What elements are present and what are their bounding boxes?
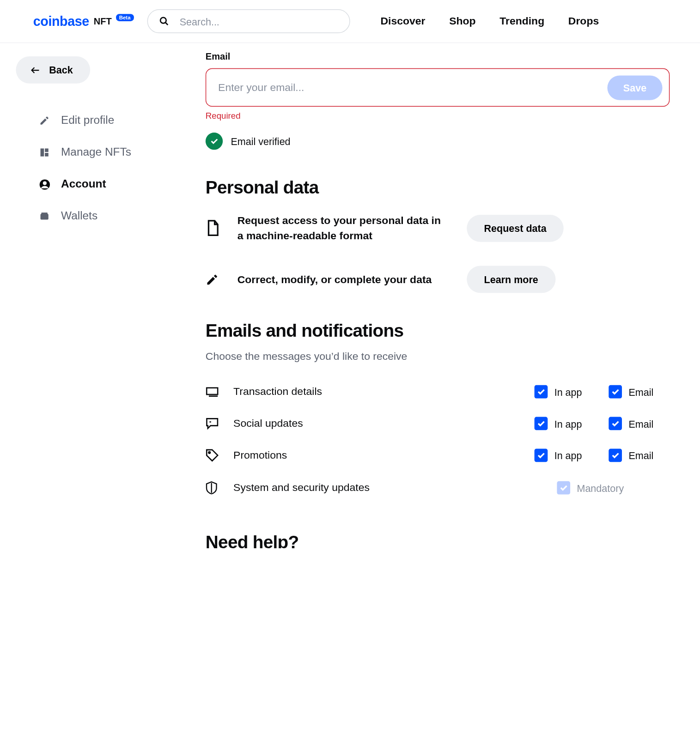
email-verified-text: Email verified [231,135,290,146]
checkbox-mandatory [557,481,570,495]
top-header: coinbase NFT Beta Discover Shop Trending… [0,0,700,43]
notif-label: Transaction details [233,386,521,398]
learn-more-button[interactable]: Learn more [467,266,555,293]
wallet-icon [38,211,50,221]
chat-icon [206,418,220,430]
svg-point-0 [160,18,166,24]
notifications-subtext: Choose the messages you’d like to receiv… [206,351,670,363]
notif-row-transaction: Transaction details In app Email [206,376,670,408]
modify-data-row: Correct, modify, or complete your data L… [206,266,670,293]
sidebar-item-label: Account [61,178,106,191]
svg-rect-10 [207,388,218,394]
logo-sub: NFT [94,16,112,26]
tag-icon [206,449,220,462]
notif-row-system: System and security updates Mandatory [206,472,670,505]
checkbox-email[interactable] [609,417,622,430]
checkbox-inapp[interactable] [535,385,548,399]
notif-label: Social updates [233,418,521,430]
svg-line-1 [165,23,168,25]
email-verified-row: Email verified [206,133,670,150]
checkbox-label: In app [554,450,582,461]
email-field-wrap: Save [206,68,670,107]
checkbox-label: Email [628,418,653,429]
sidebar: Back Edit profile Manage NFTs Account Wa… [0,43,206,548]
checkbox-inapp[interactable] [535,449,548,462]
notif-label: Promotions [233,449,521,461]
grid-icon [38,147,50,158]
pencil-icon [38,115,50,126]
svg-point-13 [208,452,210,454]
main-content: Email Save Required Email verified Perso… [206,43,670,548]
sidebar-item-account[interactable]: Account [16,168,205,200]
nav-drops[interactable]: Drops [568,15,599,27]
document-icon [206,219,220,236]
svg-rect-3 [41,148,44,156]
save-button[interactable]: Save [607,75,662,100]
personal-data-heading: Personal data [206,178,670,198]
nav-links: Discover Shop Trending Drops [381,15,599,27]
checkbox-label: Email [628,450,653,461]
shield-icon [206,481,220,496]
request-data-row: Request access to your personal data in … [206,213,670,244]
logo-main: coinbase [33,13,89,29]
email-label: Email [206,51,670,61]
email-input[interactable] [218,74,599,101]
checkmark-circle-icon [206,133,223,150]
edit-icon [206,273,220,286]
nav-discover[interactable]: Discover [381,15,426,27]
nav-trending[interactable]: Trending [499,15,544,27]
logo[interactable]: coinbase NFT Beta [33,13,134,29]
checkbox-label: Email [628,386,653,397]
svg-rect-5 [45,153,49,157]
checkbox-label: Mandatory [577,483,624,494]
notifications-heading: Emails and notifications [206,321,670,341]
sidebar-item-manage-nfts[interactable]: Manage NFTs [16,137,205,169]
sidebar-item-edit-profile[interactable]: Edit profile [16,105,205,137]
search-input[interactable] [147,9,350,33]
back-button[interactable]: Back [16,56,90,84]
beta-badge: Beta [116,13,134,21]
request-data-text: Request access to your personal data in … [237,213,450,244]
help-heading: Need help? [206,533,670,549]
notif-row-promotions: Promotions In app Email [206,440,670,472]
account-icon [38,179,50,190]
checkbox-label: In app [554,386,582,397]
email-error: Required [206,111,670,121]
back-label: Back [49,64,73,75]
notif-label: System and security updates [233,482,544,494]
nav-shop[interactable]: Shop [449,15,475,27]
svg-rect-4 [45,148,49,152]
sidebar-item-label: Manage NFTs [61,146,131,159]
checkbox-inapp[interactable] [535,417,548,430]
sidebar-item-label: Wallets [61,209,97,223]
checkbox-label: In app [554,418,582,429]
search-icon [159,16,169,26]
checkbox-email[interactable] [609,449,622,462]
request-data-button[interactable]: Request data [467,214,564,242]
sidebar-item-label: Edit profile [61,114,114,127]
sidebar-item-wallets[interactable]: Wallets [16,200,205,232]
search-wrap [147,9,350,33]
transaction-icon [206,387,220,397]
arrow-left-icon [29,65,41,74]
modify-data-text: Correct, modify, or complete your data [237,272,450,287]
checkbox-email[interactable] [609,385,622,399]
svg-point-7 [43,181,46,185]
svg-rect-9 [41,212,47,214]
notif-row-social: Social updates In app Email [206,408,670,440]
svg-rect-8 [41,214,49,219]
